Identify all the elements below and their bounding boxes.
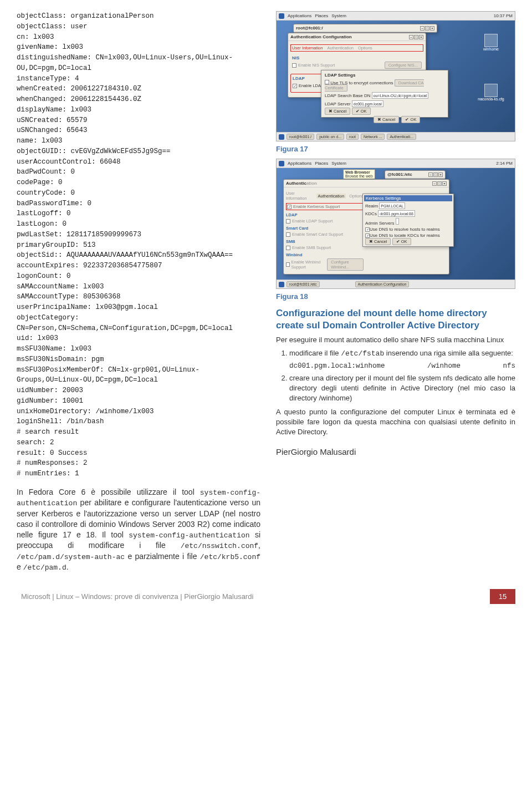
checkbox-icon bbox=[286, 262, 290, 267]
dns-hosts-label: Use DNS to resolve hosts to realms bbox=[370, 227, 440, 232]
taskbar-item: root@fc001:/etc bbox=[287, 281, 320, 287]
fstab-type: nfs bbox=[503, 362, 515, 372]
para-text: e bbox=[17, 562, 23, 571]
tab-options: Options bbox=[358, 45, 372, 50]
gnome-panel-top: Applications Places System 2:14 PM bbox=[277, 159, 515, 168]
tooltip: Web BrowserBrowse the web bbox=[343, 169, 375, 179]
closing-text: A questo punto la configurazione del com… bbox=[276, 407, 515, 438]
menu-places: Places bbox=[315, 13, 328, 18]
gnome-panel-bottom: root@fc001:/ public on d... root Network… bbox=[277, 132, 515, 141]
checkbox-icon: ✓ bbox=[287, 205, 291, 209]
checkbox-icon bbox=[286, 219, 290, 224]
admin-servers-input bbox=[396, 218, 399, 225]
terminal-window: @fc001:/etc –□× bbox=[385, 170, 446, 179]
tab-authentication: Authentication bbox=[316, 194, 346, 199]
base-dn-label: LDAP Search Base DN bbox=[325, 93, 371, 98]
menu-applications: Applications bbox=[288, 13, 311, 18]
base-dn-input: ou=Linux-OU,dc=pgm,dc=local bbox=[372, 92, 428, 99]
author-name: PierGiorgio Malusardi bbox=[276, 447, 515, 456]
tool-name-2: system-config-authentication bbox=[129, 531, 249, 540]
file-systemauth: /etc/pam.d/system-auth-ac bbox=[17, 553, 125, 561]
menu-system: System bbox=[331, 161, 346, 166]
kdc-label: KDCs bbox=[365, 211, 377, 216]
fedora-icon bbox=[279, 161, 284, 166]
configure-winbind-button: Configure Winbind... bbox=[327, 258, 364, 271]
ldif-output: objectClass: organizationalPerson object… bbox=[17, 11, 260, 479]
desktop-icon-winhome: winhome bbox=[472, 34, 510, 51]
group-winbind-label: Winbind bbox=[286, 252, 364, 257]
taskbar-item: Authenticati... bbox=[387, 134, 416, 140]
checkbox-icon bbox=[286, 232, 290, 237]
desktop-icon-anaconda: naconda-ks.cfg bbox=[472, 84, 510, 101]
taskbar-item: Authentication Configuration bbox=[355, 281, 410, 287]
gnome-panel-top: Applications Places System 10:37 PM bbox=[277, 12, 515, 21]
step-1: modificare il file /etc/fstab inserendo … bbox=[289, 348, 515, 371]
fedora-icon bbox=[279, 134, 284, 140]
intro-text: Per eseguire il mount automatico dello s… bbox=[276, 335, 515, 345]
kerberos-settings-dialog: Kerberos Settings Realm PGM.LOCAL KDCs d… bbox=[362, 194, 454, 247]
figure-17-caption: Figura 17 bbox=[276, 145, 515, 153]
page-number: 15 bbox=[490, 589, 515, 604]
ldap-server-label: LDAP Server bbox=[325, 101, 351, 106]
ok-button: ✔ OK bbox=[392, 238, 411, 245]
file-pamd: /etc/pam.d bbox=[23, 564, 66, 572]
terminal-title: @fc001:/etc bbox=[387, 172, 412, 177]
checkbox-icon: ✓ bbox=[365, 227, 370, 232]
window-controls: –□× bbox=[408, 34, 423, 39]
para-text: , bbox=[258, 541, 260, 550]
para-text: e parzialmente i file bbox=[125, 552, 200, 561]
configure-nis-button: Configure NIS... bbox=[385, 62, 422, 69]
auth-config-title: Authentication bbox=[286, 181, 317, 186]
tab-user-info: User Information bbox=[286, 191, 313, 201]
fedora-paragraph: In Fedora Core 6 è possibile utilizzare … bbox=[17, 487, 260, 573]
window-controls: –□× bbox=[428, 172, 443, 177]
cancel-button: ✖ Cancel bbox=[374, 116, 399, 123]
tab-authentication: Authentication bbox=[327, 45, 354, 50]
fedora-icon bbox=[279, 282, 284, 287]
para-text: In Fedora Core 6 è possibile utilizzare … bbox=[17, 488, 200, 496]
checkbox-icon bbox=[286, 246, 290, 250]
checkbox-icon bbox=[325, 80, 329, 84]
taskbar-item: root@fc001:/ bbox=[287, 134, 314, 140]
taskbar-item: public on d... bbox=[316, 134, 344, 140]
menu-places: Places bbox=[315, 161, 328, 166]
group-smb-label: SMB bbox=[286, 239, 364, 244]
file-nsswitch: /etc/nsswitch.conf bbox=[181, 542, 258, 550]
ldap-settings-dialog: LDAP Settings Use TLS to encrypt connect… bbox=[321, 70, 448, 118]
kdc-input: dc001.pgm.local:88 bbox=[378, 210, 415, 217]
terminal-title: root@fc001:/ bbox=[296, 26, 323, 31]
clock: 10:37 PM bbox=[494, 13, 513, 18]
terminal-window: root@fc001:/ –□× bbox=[293, 24, 437, 33]
auth-config-title: Authentication Configuration bbox=[290, 34, 352, 39]
enable-kerberos-label: Enable Kerberos Support bbox=[293, 204, 340, 209]
enable-ldap-label: Enable LDAP Support bbox=[292, 219, 332, 224]
cancel-button: ✖ Cancel bbox=[365, 238, 391, 245]
ldap-settings-title: LDAP Settings bbox=[323, 72, 446, 78]
menu-system: System bbox=[331, 13, 346, 18]
cancel-button: ✖ Cancel bbox=[325, 108, 350, 115]
enable-sc-label: Enable Smart Card Support bbox=[292, 232, 343, 237]
fedora-icon bbox=[279, 13, 284, 19]
dns-kdc-label: Use DNS to locate KDCs for realms bbox=[370, 233, 440, 238]
figure-17-screenshot: Applications Places System 10:37 PM root… bbox=[276, 11, 515, 141]
realm-label: Realm bbox=[365, 204, 378, 209]
fstab-mount: /winhome bbox=[427, 362, 461, 372]
section-heading: Configurazione del mount delle home dire… bbox=[276, 307, 515, 332]
footer-text: Microsoft | Linux – Windows: prove di co… bbox=[17, 589, 490, 604]
group-smartcard-label: Smart Card bbox=[286, 226, 364, 231]
figure-18-caption: Figura 18 bbox=[276, 292, 515, 301]
file-krb5: /etc/krb5.conf bbox=[200, 553, 260, 561]
group-ldap-label: LDAP bbox=[286, 212, 364, 217]
enable-winbind-label: Enable Winbind Support bbox=[291, 260, 326, 270]
taskbar-item: root bbox=[346, 134, 359, 140]
checkbox-icon: ✓ bbox=[293, 84, 297, 88]
checkbox-icon: ✓ bbox=[365, 233, 370, 238]
gnome-panel-bottom: root@fc001:/etc Authentication Configura… bbox=[277, 280, 515, 288]
realm-input: PGM.LOCAL bbox=[379, 202, 405, 209]
ok-button: ✔ OK bbox=[401, 116, 420, 123]
taskbar-item: Network ... bbox=[361, 134, 385, 140]
enable-nis-label: Enable NIS Support bbox=[298, 63, 335, 68]
enable-smb-label: Enable SMB Support bbox=[292, 245, 331, 250]
window-controls: –□× bbox=[420, 26, 434, 31]
window-controls: –□× bbox=[432, 181, 447, 186]
